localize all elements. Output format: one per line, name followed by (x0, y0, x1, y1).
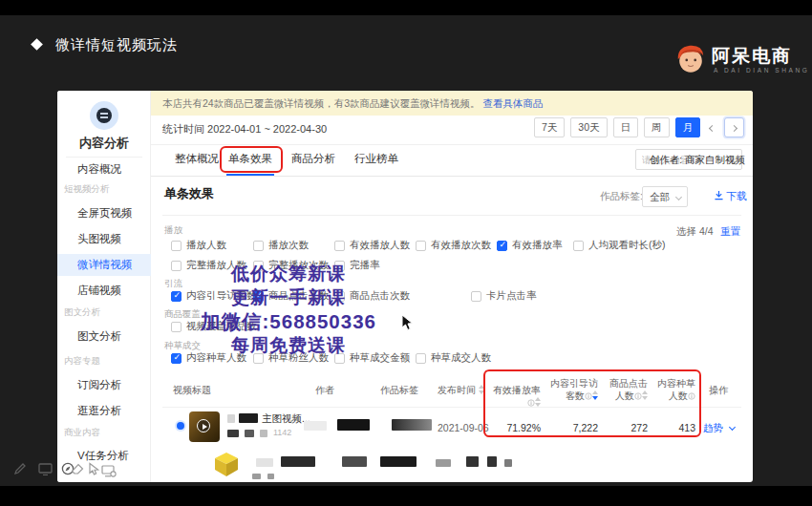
notice-link[interactable]: 查看具体商品 (482, 97, 543, 109)
sort-desc-active-icon[interactable] (592, 390, 598, 400)
sort-icon[interactable] (535, 397, 541, 407)
col-author: 作者 (315, 384, 334, 397)
prev-period-button[interactable] (706, 117, 718, 137)
brand-tagline: A DAI DIAN SHANG (714, 67, 809, 74)
redacted-box (239, 413, 258, 423)
screen: 微详情短视频玩法 阿呆电商 A DAI DIAN SHANG 内容分析 内容概况… (0, 0, 812, 506)
whiteboard-tool-icon[interactable] (38, 463, 53, 475)
sidebar-item-head-image-video[interactable]: 头图视频 (57, 228, 151, 250)
range-7d-button[interactable]: 7天 (534, 117, 565, 137)
pointer-tool-icon[interactable] (88, 462, 100, 476)
info-icon[interactable] (527, 399, 535, 407)
checkbox-icon (171, 261, 182, 271)
avatar (90, 101, 118, 130)
checkbox-checked-icon (253, 291, 264, 302)
sidebar-item-micro-detail-video[interactable]: 微详情视频 (57, 254, 151, 276)
screen-share-tool-icon[interactable] (101, 465, 117, 477)
range-30d-button[interactable]: 30天 (570, 117, 607, 137)
sidebar-item-guangguang-analysis[interactable]: 逛逛分析 (57, 400, 151, 422)
checkbox-product-click-users[interactable]: 商品点击人数 (253, 289, 329, 303)
checkbox-icon (416, 241, 426, 251)
info-icon[interactable] (688, 392, 695, 400)
redacted-box (380, 456, 417, 467)
redacted-box (466, 456, 479, 467)
checkbox-seed-buyers[interactable]: 种草成交人数 (416, 351, 491, 365)
tab-overall[interactable]: 整体概况 (175, 152, 219, 166)
redacted-box (504, 459, 512, 467)
checkbox-complete-play-users[interactable]: 完整播放人数 (171, 259, 246, 272)
play-icon (197, 419, 210, 432)
tab-single-item[interactable]: 单条效果 (228, 152, 272, 166)
info-icon[interactable] (585, 392, 592, 400)
checkbox-product-click-count[interactable]: 商品点击次数 (334, 289, 410, 303)
checkbox-seed-gmv[interactable]: 种草成交金额 (334, 351, 410, 365)
download-button[interactable]: 下载 (715, 189, 747, 203)
sidebar-item-subscription-analysis[interactable]: 订阅分析 (57, 374, 151, 396)
row-radio-selected[interactable] (177, 422, 184, 430)
diamond-bullet-icon (31, 38, 43, 51)
checkbox-completion-rate[interactable]: 完播率 (334, 259, 380, 272)
checkbox-seed-users[interactable]: 内容种草人数 (171, 351, 246, 365)
sidebar-item-fullscreen-video[interactable]: 全屏页视频 (57, 202, 151, 224)
redacted-box (337, 419, 370, 431)
redacted-box (227, 430, 239, 437)
sidebar: 内容分析 内容概况 短视频分析 全屏页视频 头图视频 微详情视频 店铺视频 图文… (57, 91, 151, 482)
sidebar-title: 内容分析 (57, 135, 151, 152)
value-seed-users: 413 (652, 422, 695, 433)
reset-button[interactable]: 重置 (720, 225, 740, 239)
eraser-tool-icon[interactable] (71, 463, 85, 475)
checkbox-icon (253, 241, 264, 251)
sidebar-item-content-overview[interactable]: 内容概况 (57, 158, 151, 180)
col-tag: 作品标签 (380, 384, 418, 397)
sidebar-item-shop-video[interactable]: 店铺视频 (57, 280, 151, 302)
col-guide-visitors[interactable]: 内容引导访客数 (543, 377, 598, 402)
checkbox-effective-play-count[interactable]: 有效播放次数 (416, 239, 491, 252)
pen-tool-icon[interactable] (13, 462, 27, 475)
checkbox-guide-visitors[interactable]: 内容引导访客数 (171, 289, 257, 303)
checkbox-play-users[interactable]: 播放人数 (171, 239, 226, 252)
checkbox-effective-play-users[interactable]: 有效播放人数 (334, 239, 410, 252)
page-title: 微详情短视频玩法 (55, 36, 178, 54)
range-week-button[interactable]: 周 (644, 117, 670, 137)
sidebar-item-image-text-analysis[interactable]: 图文分析 (57, 326, 151, 348)
checkbox-seed-fans[interactable]: 种草粉丝人数 (253, 351, 329, 365)
col-action: 操作 (709, 384, 728, 397)
redacted-box (436, 459, 451, 467)
col-seed-users[interactable]: 内容种草人数 (652, 377, 695, 402)
chevron-down-icon (675, 194, 682, 200)
checkbox-effective-play-rate[interactable]: 有效播放率 (497, 239, 563, 252)
checkbox-card-click-rate[interactable]: 卡片点击率 (471, 289, 537, 303)
checkbox-play-count[interactable]: 播放次数 (253, 239, 309, 252)
info-icon[interactable] (634, 392, 642, 400)
date-range-value: 2022-04-01 ~ 2022-04-30 (207, 123, 327, 135)
redacted-box (260, 430, 267, 437)
tag-filter-select[interactable]: 全部 (642, 186, 688, 207)
col-effective-play-rate[interactable]: 有效播放率 (487, 384, 541, 409)
date-range-buttons: 7天 30天 日 周 月 (534, 117, 744, 137)
video-thumbnail-cube[interactable] (212, 450, 241, 478)
chevron-down-icon (729, 424, 736, 431)
range-month-button[interactable]: 月 (675, 117, 701, 137)
checkbox-icon (334, 241, 345, 251)
checkbox-video-coverage[interactable]: 视频覆盖商品数 (171, 320, 257, 333)
app-window: 内容分析 内容概况 短视频分析 全屏页视频 头图视频 微详情视频 店铺视频 图文… (57, 91, 753, 482)
divider (151, 144, 753, 145)
col-product-clicks[interactable]: 商品点击人数 (602, 377, 648, 402)
checkbox-icon (416, 353, 426, 364)
divider (151, 176, 753, 177)
next-period-button[interactable] (724, 117, 744, 137)
redacted-box (245, 430, 254, 437)
col-publish-date[interactable]: 发布时间 (438, 384, 484, 397)
tab-industry-ranking[interactable]: 行业榜单 (354, 152, 398, 166)
video-thumbnail[interactable] (189, 411, 220, 442)
trend-button[interactable]: 趋势 (703, 422, 735, 435)
sort-icon[interactable] (642, 390, 648, 400)
sort-icon[interactable] (479, 385, 484, 394)
checkbox-avg-watch-time[interactable]: 人均观看时长(秒) (573, 239, 666, 252)
tab-product-analysis[interactable]: 商品分析 (291, 152, 335, 166)
checkbox-checked-icon (497, 241, 507, 251)
checkbox-complete-play-count[interactable]: 完整播放次数 (253, 259, 329, 272)
redacted-box (227, 414, 235, 423)
range-day-button[interactable]: 日 (613, 117, 639, 137)
checkbox-icon (334, 261, 345, 271)
